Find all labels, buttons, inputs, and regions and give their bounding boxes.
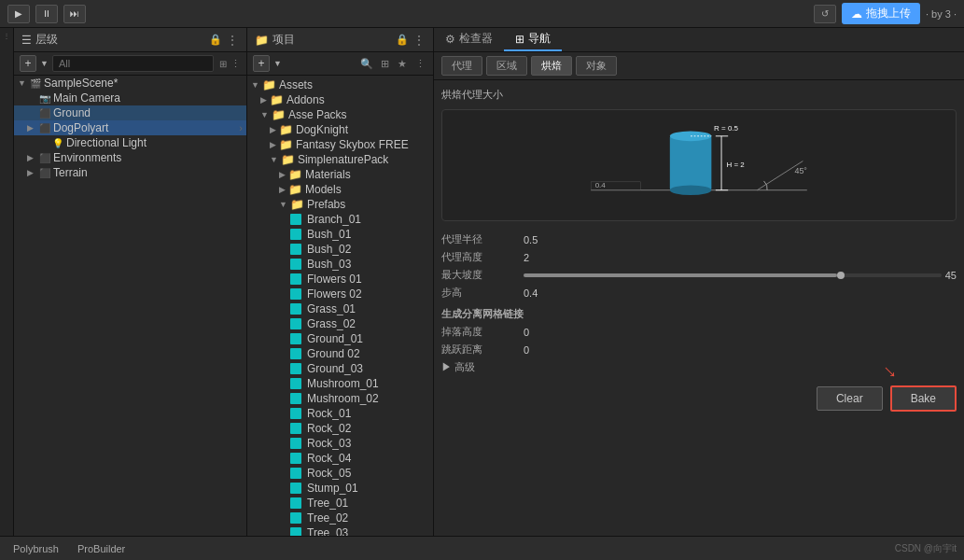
hierarchy-more-icon[interactable]: ⋮ [231,58,241,70]
proj-item-bush02[interactable]: Bush_02 [247,242,433,257]
subtab-region[interactable]: 区域 [486,56,527,76]
proj-item-rock03[interactable]: Rock_03 [247,436,433,451]
step-button[interactable]: ⏭ [63,5,86,23]
clear-button[interactable]: Clear [817,386,883,411]
inspector-tabs: ⚙ 检查器 ⊞ 导航 [434,28,964,52]
max-slope-slider[interactable] [524,273,942,277]
tree02-label: Tree_02 [307,511,348,525]
proj-item-bush03[interactable]: Bush_03 [247,257,433,272]
bottom-tab-probuilder[interactable]: ProBuilder [72,541,131,556]
hierarchy-item-dogpolyart[interactable]: ▶ ⬛ DogPolyart › [14,120,246,135]
environments-label: Environments [53,151,121,164]
bottom-tab-polybrush[interactable]: Polybrush [7,541,64,556]
flowers02-label: Flowers 02 [307,287,362,301]
inspector-panel: ⚙ 检查器 ⊞ 导航 代理 区域 烘焙 对象 烘焙代理大小 [434,28,964,536]
models-label: Models [305,183,342,196]
asset-icon-flowers02 [290,288,301,300]
proj-item-simplenature[interactable]: ▼ 📁 SimplenaturePack [247,152,433,167]
proj-item-mushroom01[interactable]: Mushroom_01 [247,376,433,391]
flowers01-label: Flowers 01 [307,273,362,286]
materials-folder-icon: 📁 [288,168,302,181]
camera-icon: 📷 [38,91,51,105]
max-slope-row: 最大坡度 45 [441,268,957,282]
project-lock-icon: 🔒 [396,34,409,46]
hierarchy-panel-icons: 🔒 ⋮ [209,33,239,48]
proj-item-grass02[interactable]: Grass_02 [247,316,433,331]
terrain-icon: ⬛ [38,166,51,179]
proj-item-grass01[interactable]: Grass_01 [247,301,433,316]
proj-item-branch01[interactable]: Branch_01 [247,212,433,227]
proj-item-rock04[interactable]: Rock_04 [247,451,433,466]
bake-button[interactable]: Bake [890,385,957,412]
proj-item-stump01[interactable]: Stump_01 [247,481,433,496]
proj-item-tree03[interactable]: Tree_03 [247,525,433,536]
project-more-button[interactable]: ⋮ [412,56,427,71]
play-button[interactable]: ▶ [7,5,30,23]
hierarchy-item-samplescene[interactable]: ▼ 🎬 SampleScene* [14,76,246,91]
proj-item-mushroom02[interactable]: Mushroom_02 [247,391,433,406]
proj-item-ground01[interactable]: Ground_01 [247,331,433,346]
proj-item-ground02[interactable]: Ground 02 [247,346,433,361]
assepacks-label: Asse Packs [288,108,347,121]
proj-item-assepacks[interactable]: ▼ 📁 Asse Packs [247,107,433,122]
tab-inspector[interactable]: ⚙ 检查器 [434,28,504,51]
proj-item-flowers01[interactable]: Flowers 01 [247,272,433,287]
project-favorite-button[interactable]: ★ [395,56,410,71]
proj-item-tree01[interactable]: Tree_01 [247,496,433,511]
rock05-label: Rock_05 [307,467,351,480]
asset-icon-rock02 [290,423,301,434]
rock02-label: Rock_02 [307,422,351,435]
project-add-button[interactable]: + [253,55,270,72]
hierarchy-search-input[interactable] [52,55,214,72]
inspector-body: 烘焙代理大小 45° [434,80,964,536]
proj-item-flowers02[interactable]: Flowers 02 [247,287,433,301]
proj-item-fantasyskybox[interactable]: ▶ 📁 Fantasy Skybox FREE [247,137,433,152]
bush01-label: Bush_01 [307,228,351,241]
pause-button[interactable]: ⏸ [35,5,58,23]
subtab-bake[interactable]: 烘焙 [531,56,572,76]
asset-icon-ground03 [290,363,301,374]
hierarchy-item-terrain[interactable]: ▶ ⬛ Terrain [14,165,246,180]
rock04-label: Rock_04 [307,452,351,465]
proj-item-rock05[interactable]: Rock_05 [247,466,433,481]
undo-button[interactable]: ↺ [814,5,836,23]
proj-item-addons[interactable]: ▶ 📁 Addons [247,92,433,107]
stump01-label: Stump_01 [307,482,358,495]
proj-item-rock02[interactable]: Rock_02 [247,421,433,436]
tab-navigation[interactable]: ⊞ 导航 [504,28,562,51]
asset-icon-bush01 [290,229,301,240]
proj-item-models[interactable]: ▶ 📁 Models [247,182,433,197]
asset-icon-tree02 [290,512,301,524]
directional-light-label: Directional Light [66,136,147,149]
left-sidebar: ⋮ [0,28,14,536]
proj-item-bush01[interactable]: Bush_01 [247,227,433,242]
proj-item-ground03[interactable]: Ground_03 [247,361,433,376]
account-text: · by 3 · [926,8,957,20]
hierarchy-add-button[interactable]: + [20,55,36,72]
project-more-icon[interactable]: ⋮ [412,33,426,48]
subtab-object[interactable]: 对象 [576,56,617,76]
proj-item-materials[interactable]: ▶ 📁 Materials [247,167,433,182]
upload-button[interactable]: ☁ 拖拽上传 [842,3,920,24]
materials-label: Materials [305,168,351,181]
project-search-button[interactable]: 🔍 [359,56,374,71]
hierarchy-item-directionallight[interactable]: 💡 Directional Light [14,135,246,150]
grass01-label: Grass_01 [307,302,356,315]
more-icon[interactable]: ⋮ [226,33,239,48]
proj-item-rock01[interactable]: Rock_01 [247,406,433,421]
advanced-label: ▶ 高级 [441,360,516,374]
hierarchy-item-maincamera[interactable]: 📷 Main Camera [14,91,246,105]
hierarchy-item-environments[interactable]: ▶ ⬛ Environments [14,150,246,165]
proj-item-assets[interactable]: ▼ 📁 Assets [247,77,433,92]
models-folder-icon: 📁 [288,183,302,196]
ground-label: Ground [53,106,91,119]
subtab-proxy[interactable]: 代理 [441,56,482,76]
proj-item-tree02[interactable]: Tree_02 [247,511,433,525]
proj-item-prefabs[interactable]: ▼ 📁 Prefabs [247,197,433,212]
asset-icon-mushroom02 [290,393,301,404]
proj-item-dogknight[interactable]: ▶ 📁 DogKnight [247,122,433,137]
rock01-label: Rock_01 [307,407,351,420]
project-toolbar: + ▼ 🔍 ⊞ ★ ⋮ [247,52,433,76]
project-grid-button[interactable]: ⊞ [377,56,392,71]
hierarchy-item-ground[interactable]: ⬛ Ground [14,105,246,120]
